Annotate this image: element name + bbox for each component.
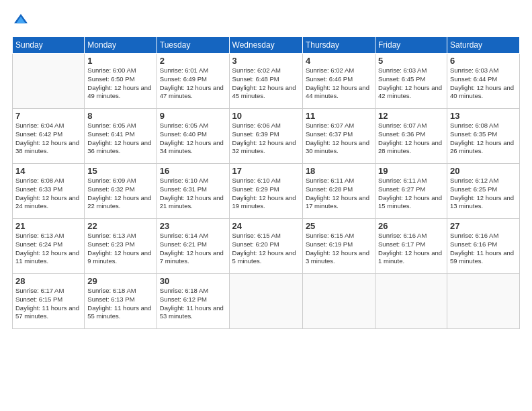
day-info: Sunrise: 6:04 AMSunset: 6:42 PMDaylight:…	[15, 122, 81, 156]
day-number: 29	[87, 276, 153, 286]
weekday-header-monday: Monday	[85, 37, 157, 54]
day-number: 14	[15, 166, 81, 176]
day-number: 1	[87, 56, 153, 66]
day-number: 13	[450, 111, 517, 121]
day-number: 25	[306, 221, 372, 231]
day-info: Sunrise: 6:16 AMSunset: 6:16 PMDaylight:…	[450, 232, 517, 266]
day-number: 22	[87, 221, 153, 231]
day-info: Sunrise: 6:14 AMSunset: 6:21 PMDaylight:…	[160, 232, 226, 266]
day-info: Sunrise: 6:02 AMSunset: 6:48 PMDaylight:…	[232, 66, 300, 101]
header	[12, 12, 520, 30]
day-info: Sunrise: 6:13 AMSunset: 6:23 PMDaylight:…	[87, 232, 153, 266]
calendar-cell: 21Sunrise: 6:13 AMSunset: 6:24 PMDayligh…	[13, 219, 85, 274]
day-info: Sunrise: 6:13 AMSunset: 6:24 PMDaylight:…	[15, 232, 81, 266]
day-number: 7	[15, 111, 81, 121]
week-row-3: 14Sunrise: 6:08 AMSunset: 6:33 PMDayligh…	[13, 164, 520, 219]
day-number: 5	[378, 56, 444, 66]
day-info: Sunrise: 6:07 AMSunset: 6:36 PMDaylight:…	[378, 122, 444, 156]
calendar-cell: 13Sunrise: 6:08 AMSunset: 6:35 PMDayligh…	[447, 109, 519, 164]
calendar-cell: 15Sunrise: 6:09 AMSunset: 6:32 PMDayligh…	[85, 164, 157, 219]
day-number: 26	[378, 221, 444, 231]
calendar-cell: 6Sunrise: 6:03 AMSunset: 6:44 PMDaylight…	[447, 54, 519, 109]
calendar-cell: 23Sunrise: 6:14 AMSunset: 6:21 PMDayligh…	[157, 219, 229, 274]
day-number: 23	[160, 221, 226, 231]
day-number: 16	[160, 166, 226, 176]
calendar-cell: 26Sunrise: 6:16 AMSunset: 6:17 PMDayligh…	[375, 219, 447, 274]
calendar-cell: 9Sunrise: 6:05 AMSunset: 6:40 PMDaylight…	[157, 109, 229, 164]
day-number: 4	[306, 56, 372, 66]
calendar-cell: 1Sunrise: 6:00 AMSunset: 6:50 PMDaylight…	[85, 54, 157, 109]
day-number: 17	[232, 166, 300, 176]
day-info: Sunrise: 6:00 AMSunset: 6:50 PMDaylight:…	[87, 66, 153, 101]
day-number: 27	[450, 221, 517, 231]
calendar-cell	[229, 274, 302, 329]
day-number: 28	[15, 276, 81, 286]
day-number: 15	[87, 166, 153, 176]
day-number: 12	[378, 111, 444, 121]
day-info: Sunrise: 6:06 AMSunset: 6:39 PMDaylight:…	[232, 122, 300, 156]
calendar-cell: 10Sunrise: 6:06 AMSunset: 6:39 PMDayligh…	[229, 109, 302, 164]
calendar-cell: 17Sunrise: 6:10 AMSunset: 6:29 PMDayligh…	[229, 164, 302, 219]
day-info: Sunrise: 6:15 AMSunset: 6:19 PMDaylight:…	[306, 232, 372, 266]
day-number: 10	[232, 111, 300, 121]
week-row-1: 1Sunrise: 6:00 AMSunset: 6:50 PMDaylight…	[13, 54, 520, 109]
day-number: 2	[160, 56, 226, 66]
calendar-cell: 30Sunrise: 6:18 AMSunset: 6:12 PMDayligh…	[157, 274, 229, 329]
day-info: Sunrise: 6:10 AMSunset: 6:29 PMDaylight:…	[232, 177, 300, 211]
calendar-cell: 2Sunrise: 6:01 AMSunset: 6:49 PMDaylight…	[157, 54, 229, 109]
calendar-cell: 5Sunrise: 6:03 AMSunset: 6:45 PMDaylight…	[375, 54, 447, 109]
day-info: Sunrise: 6:15 AMSunset: 6:20 PMDaylight:…	[232, 232, 300, 266]
calendar-cell	[447, 274, 519, 329]
weekday-header-saturday: Saturday	[447, 37, 519, 54]
page: SundayMondayTuesdayWednesdayThursdayFrid…	[0, 0, 532, 411]
calendar-cell: 11Sunrise: 6:07 AMSunset: 6:37 PMDayligh…	[302, 109, 375, 164]
calendar: SundayMondayTuesdayWednesdayThursdayFrid…	[12, 36, 520, 329]
day-number: 24	[232, 221, 300, 231]
day-info: Sunrise: 6:18 AMSunset: 6:13 PMDaylight:…	[87, 287, 153, 321]
day-number: 18	[306, 166, 372, 176]
day-info: Sunrise: 6:08 AMSunset: 6:35 PMDaylight:…	[450, 122, 517, 156]
day-info: Sunrise: 6:02 AMSunset: 6:46 PMDaylight:…	[306, 66, 372, 101]
day-info: Sunrise: 6:16 AMSunset: 6:17 PMDaylight:…	[378, 232, 444, 266]
day-info: Sunrise: 6:17 AMSunset: 6:15 PMDaylight:…	[15, 287, 81, 321]
day-number: 8	[87, 111, 153, 121]
logo	[12, 12, 28, 30]
calendar-cell: 12Sunrise: 6:07 AMSunset: 6:36 PMDayligh…	[375, 109, 447, 164]
calendar-cell: 4Sunrise: 6:02 AMSunset: 6:46 PMDaylight…	[302, 54, 375, 109]
weekday-header-sunday: Sunday	[13, 37, 85, 54]
week-row-4: 21Sunrise: 6:13 AMSunset: 6:24 PMDayligh…	[13, 219, 520, 274]
day-number: 19	[378, 166, 444, 176]
calendar-cell: 19Sunrise: 6:11 AMSunset: 6:27 PMDayligh…	[375, 164, 447, 219]
day-number: 30	[160, 276, 226, 286]
day-number: 20	[450, 166, 517, 176]
day-number: 21	[15, 221, 81, 231]
calendar-cell: 7Sunrise: 6:04 AMSunset: 6:42 PMDaylight…	[13, 109, 85, 164]
day-number: 11	[306, 111, 372, 121]
day-info: Sunrise: 6:18 AMSunset: 6:12 PMDaylight:…	[160, 287, 226, 321]
day-info: Sunrise: 6:07 AMSunset: 6:37 PMDaylight:…	[306, 122, 372, 156]
calendar-cell	[13, 54, 85, 109]
calendar-cell: 25Sunrise: 6:15 AMSunset: 6:19 PMDayligh…	[302, 219, 375, 274]
day-info: Sunrise: 6:05 AMSunset: 6:41 PMDaylight:…	[87, 122, 153, 156]
weekday-header-tuesday: Tuesday	[157, 37, 229, 54]
weekday-header-wednesday: Wednesday	[229, 37, 302, 54]
day-number: 3	[232, 56, 300, 66]
weekday-header-row: SundayMondayTuesdayWednesdayThursdayFrid…	[13, 37, 520, 54]
calendar-cell: 22Sunrise: 6:13 AMSunset: 6:23 PMDayligh…	[85, 219, 157, 274]
logo-icon	[13, 12, 28, 27]
day-info: Sunrise: 6:08 AMSunset: 6:33 PMDaylight:…	[15, 177, 81, 211]
day-number: 9	[160, 111, 226, 121]
day-info: Sunrise: 6:09 AMSunset: 6:32 PMDaylight:…	[87, 177, 153, 211]
calendar-cell: 16Sunrise: 6:10 AMSunset: 6:31 PMDayligh…	[157, 164, 229, 219]
day-info: Sunrise: 6:03 AMSunset: 6:44 PMDaylight:…	[450, 66, 517, 101]
calendar-cell: 8Sunrise: 6:05 AMSunset: 6:41 PMDaylight…	[85, 109, 157, 164]
day-info: Sunrise: 6:11 AMSunset: 6:27 PMDaylight:…	[378, 177, 444, 211]
day-info: Sunrise: 6:12 AMSunset: 6:25 PMDaylight:…	[450, 177, 517, 211]
calendar-cell: 20Sunrise: 6:12 AMSunset: 6:25 PMDayligh…	[447, 164, 519, 219]
calendar-cell: 14Sunrise: 6:08 AMSunset: 6:33 PMDayligh…	[13, 164, 85, 219]
weekday-header-thursday: Thursday	[302, 37, 375, 54]
calendar-cell: 27Sunrise: 6:16 AMSunset: 6:16 PMDayligh…	[447, 219, 519, 274]
week-row-2: 7Sunrise: 6:04 AMSunset: 6:42 PMDaylight…	[13, 109, 520, 164]
calendar-cell	[375, 274, 447, 329]
day-info: Sunrise: 6:11 AMSunset: 6:28 PMDaylight:…	[306, 177, 372, 211]
